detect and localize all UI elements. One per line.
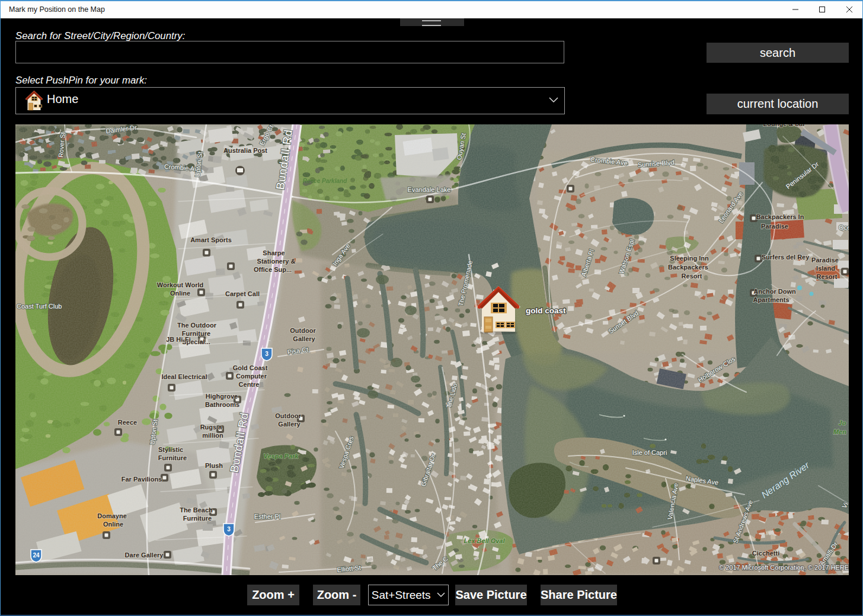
svg-text:Rugs a: Rugs a: [200, 424, 223, 431]
svg-text:million: million: [202, 432, 223, 439]
svg-text:Outdoor: Outdoor: [290, 327, 316, 334]
svg-text:Resort: Resort: [817, 273, 838, 280]
svg-text:Backpackers In: Backpackers In: [756, 213, 804, 220]
svg-text:Plush: Plush: [205, 462, 223, 469]
svg-text:Domayne: Domayne: [97, 512, 127, 519]
svg-text:Lex Bell Oval: Lex Bell Oval: [464, 537, 505, 544]
svg-text:Australia Post: Australia Post: [223, 147, 267, 154]
svg-text:Resort: Resort: [682, 272, 702, 280]
svg-text:Furniture: Furniture: [158, 454, 187, 461]
svg-text:Isle of Capri: Isle of Capri: [632, 449, 667, 456]
svg-text:Stylistic: Stylistic: [158, 446, 183, 453]
svg-text:Far Pavilions: Far Pavilions: [122, 476, 162, 483]
svg-text:Paradise: Paradise: [811, 256, 839, 264]
svg-text:Oce: Oce: [839, 224, 849, 231]
svg-text:Sharpe: Sharpe: [263, 249, 285, 256]
svg-text:Vespa Park: Vespa Park: [264, 453, 299, 460]
svg-text:Surfers del Rey: Surfers del Rey: [762, 254, 810, 261]
svg-text:Online: Online: [170, 290, 190, 297]
svg-text:gold coast: gold coast: [526, 306, 566, 315]
svg-text:Island: Island: [816, 265, 835, 272]
svg-text:The Outdoor: The Outdoor: [177, 322, 217, 329]
svg-text:Bathrooms: Bathrooms: [205, 401, 239, 408]
svg-text:Paradise: Paradise: [761, 223, 788, 230]
svg-text:Carpet Call: Carpet Call: [225, 290, 260, 297]
svg-text:Sleeping Inn: Sleeping Inn: [670, 255, 709, 262]
svg-text:Office Sup...: Office Sup...: [254, 266, 292, 273]
svg-text:Furniture: Furniture: [183, 515, 212, 522]
svg-text:Gold Coast: Gold Coast: [233, 364, 268, 371]
svg-text:Outdoor: Outdoor: [275, 412, 301, 419]
svg-text:Backpackers: Backpackers: [668, 264, 708, 271]
svg-text:Reece: Reece: [118, 419, 137, 426]
svg-text:Online: Online: [103, 521, 123, 528]
svg-text:Dare Gallery: Dare Gallery: [125, 551, 164, 559]
svg-text:Amart Sports: Amart Sports: [190, 236, 232, 243]
svg-text:3: 3: [265, 351, 269, 357]
svg-text:Gallery: Gallery: [293, 335, 315, 342]
svg-text:24: 24: [33, 552, 40, 559]
svg-text:JB Hi-Fi: JB Hi-Fi: [166, 336, 191, 343]
svg-text:Esther Pl: Esther Pl: [254, 513, 281, 520]
svg-text:The Beach: The Beach: [180, 506, 213, 514]
svg-text:Reece Parkland: Reece Parkland: [303, 178, 347, 184]
svg-text:Anchor Down: Anchor Down: [753, 288, 796, 295]
svg-text:Evandale Lake: Evandale Lake: [408, 186, 451, 193]
svg-text:© 2017 Microsoft Corporation,: © 2017 Microsoft Corporation, © 2017 HER…: [719, 564, 849, 571]
svg-text:Stationery &: Stationery &: [257, 258, 296, 265]
svg-text:Centre: Centre: [239, 381, 260, 388]
svg-text:Jo: Jo: [839, 419, 846, 426]
svg-text:Coast Turf Club: Coast Turf Club: [17, 303, 62, 310]
svg-text:Ideal Electrical: Ideal Electrical: [161, 373, 207, 380]
svg-text:Computer: Computer: [236, 373, 267, 380]
svg-text:Cicchetti: Cicchetti: [752, 550, 779, 557]
svg-text:Highgrove: Highgrove: [206, 393, 238, 400]
svg-text:Apartments: Apartments: [753, 296, 789, 303]
svg-text:Men: Men: [833, 428, 846, 435]
svg-text:Workout World: Workout World: [157, 281, 203, 288]
svg-text:Lounge & bar: Lounge & bar: [763, 124, 806, 127]
svg-text:3: 3: [227, 526, 231, 532]
svg-text:Gallery: Gallery: [278, 421, 301, 428]
